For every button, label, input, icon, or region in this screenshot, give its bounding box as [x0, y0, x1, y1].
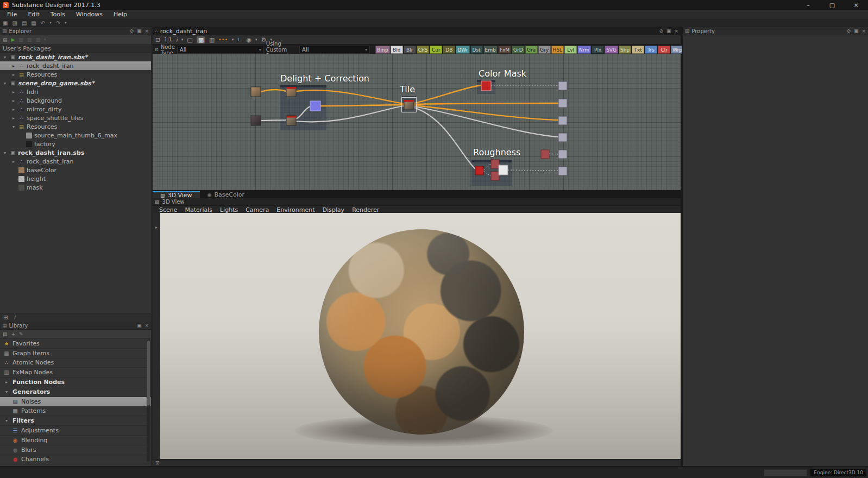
node-output-6[interactable] [558, 167, 567, 175]
viewport-3d[interactable] [160, 213, 681, 459]
save-icon[interactable]: ▤ [22, 20, 27, 26]
filter-chip-blr[interactable]: Blr [404, 46, 416, 54]
filter-chip-gra[interactable]: Gra [525, 46, 538, 54]
elbow-link-icon[interactable]: ∟ [237, 36, 242, 43]
node-output-4[interactable] [558, 133, 567, 142]
edit-icon[interactable]: ✎ [19, 331, 23, 337]
graph-canvas[interactable]: Delight + Correction Tile Color Mask Rou… [153, 54, 681, 190]
export-icon-1[interactable]: ▥ [18, 37, 23, 42]
library-item-patterns[interactable]: ▩ Patterns [0, 407, 151, 417]
pin-icon[interactable]: ⊘ [129, 28, 134, 34]
chevron-right-icon[interactable]: ▸ [11, 90, 16, 95]
chevron-down-icon[interactable]: ▾ [3, 389, 10, 394]
output-nodes[interactable] [558, 81, 567, 175]
select-tool-icon[interactable]: ▢ [187, 36, 192, 43]
chevron-down-icon[interactable]: ▾ [255, 37, 257, 42]
library-item-fxmap-nodes[interactable]: ▥ FxMap Nodes [0, 368, 151, 378]
tree-item-rock-dasht-iran-sbs-1[interactable]: ▾ ▣ rock_dasht_iran.sbs* [0, 53, 151, 61]
menu-camera[interactable]: Camera [246, 206, 269, 213]
float-icon[interactable]: ▣ [137, 28, 142, 34]
filter-chip-dst[interactable]: Dst [470, 46, 483, 54]
filter-chip-dwr[interactable]: DWr [456, 46, 469, 54]
maximize-button[interactable]: ▢ [820, 0, 844, 10]
node-roughness-maroon-1[interactable] [491, 160, 499, 168]
node-roughness-red[interactable] [475, 166, 483, 175]
menu-help[interactable]: Help [109, 11, 132, 18]
library-scrollbar[interactable] [147, 339, 150, 462]
undo-icon[interactable]: ↶ [41, 20, 45, 26]
publish-play-icon[interactable]: ▶ [11, 37, 15, 42]
chevron-right-icon[interactable]: ▸ [11, 107, 16, 112]
library-item-filters[interactable]: ▾ Filters [0, 416, 151, 426]
gutter-toggle-icon[interactable]: ▸ [155, 225, 158, 230]
menu-windows[interactable]: Windows [71, 11, 108, 18]
library-item-noises[interactable]: ▨ Noises [0, 397, 151, 407]
filter-chip-cur[interactable]: Cur [430, 46, 442, 54]
tree-item-scene-drop-game-sbs[interactable]: ▾ ▣ scene_drop_game.sbs* [0, 79, 151, 87]
node-type-select[interactable]: All ▾ [177, 46, 264, 54]
close-icon[interactable]: × [144, 28, 149, 34]
node-output-5[interactable] [558, 150, 567, 159]
filter-chip-hsl[interactable]: HSL [551, 46, 564, 54]
export-icon-3[interactable]: ▥ [35, 37, 40, 42]
menu-edit[interactable]: Edit [23, 11, 44, 18]
node-output-1[interactable] [558, 81, 567, 90]
chevron-down-icon[interactable]: ▾ [11, 124, 16, 129]
tree-item-space-shuttle-tiles[interactable]: ▸ ∴ space_shuttle_tiles [0, 114, 151, 122]
close-icon[interactable]: × [861, 28, 866, 34]
tree-item-background[interactable]: ▸ ∴ background [0, 96, 151, 105]
library-item-channels[interactable]: ● Channels [0, 455, 151, 465]
fit-view-icon[interactable]: ⊡ [155, 36, 160, 43]
filter-chip-clr[interactable]: Clr [658, 46, 670, 54]
chevron-down-icon[interactable]: ▾ [181, 37, 184, 42]
float-icon[interactable]: ▣ [137, 323, 142, 328]
redo-caret-icon[interactable]: ▾ [65, 21, 67, 25]
tree-view-icon[interactable]: ⊞ [3, 314, 8, 321]
node-roughness-white[interactable] [499, 165, 508, 175]
filter-chip-plx[interactable]: Plx [592, 46, 604, 54]
tree-item-source-main-thumb[interactable]: source_main_thumb_6_max [0, 131, 151, 140]
filter-chip-gry[interactable]: Gry [538, 46, 551, 54]
export-icon-2[interactable]: ▥ [27, 37, 32, 42]
tree-item-hdri[interactable]: ▸ ∴ hdri [0, 87, 151, 96]
link-tool-icon[interactable]: ▩ [197, 36, 205, 43]
chevron-right-icon[interactable]: ▸ [11, 98, 16, 103]
menu-lights[interactable]: Lights [220, 206, 238, 213]
tree-item-rock-dasht-iran-graph[interactable]: ▸ ∴ rock_dasht_iran [0, 61, 151, 70]
tree-item-basecolor[interactable]: baseColor [0, 166, 151, 174]
chevron-down-icon[interactable]: ▾ [3, 418, 10, 423]
undo-caret-icon[interactable]: ▾ [49, 21, 52, 25]
info-icon[interactable]: i [176, 36, 178, 43]
filter-chip-nrm[interactable]: Nrm [577, 46, 591, 54]
menu-display[interactable]: Display [323, 206, 345, 213]
filter-chip-trs[interactable]: Trs [645, 46, 657, 54]
tree-item-rock-dasht-iran-sbs-2[interactable]: ▾ ▣ rock_dasht_iran.sbs [0, 148, 151, 157]
chevron-down-icon[interactable]: ▾ [232, 37, 234, 42]
zoom-1-1-button[interactable]: 1:1 [164, 37, 172, 42]
close-button[interactable]: × [844, 0, 868, 10]
menu-renderer[interactable]: Renderer [352, 206, 379, 213]
filter-chip-shp[interactable]: Shp [619, 46, 631, 54]
filter-chip-grd[interactable]: GrD [512, 46, 525, 54]
menu-materials[interactable]: Materials [185, 206, 212, 213]
tree-item-rock-dasht-iran-graph-2[interactable]: ▸ ∴ rock_dasht_iran [0, 157, 151, 166]
library-item-graph-items[interactable]: ▦ Graph Items [0, 349, 151, 358]
node-output-2[interactable] [558, 99, 567, 108]
filter-chip-txt[interactable]: Txt [632, 46, 644, 54]
panel-tool-icon[interactable]: ▥ [209, 36, 215, 43]
library-item-blending[interactable]: ◉ Blending [0, 436, 151, 445]
filter-chip-db[interactable]: DB [443, 46, 455, 54]
add-icon[interactable]: + [11, 331, 16, 337]
close-icon[interactable]: × [144, 323, 149, 328]
node-bitmap-input-top[interactable] [251, 87, 261, 97]
tree-item-mask[interactable]: mask [0, 183, 151, 192]
float-icon[interactable]: ▣ [854, 28, 859, 34]
new-substance-icon[interactable]: ▣ [3, 20, 8, 26]
tab-basecolor[interactable]: ◉ BaseColor [200, 191, 252, 198]
library-item-atomic-nodes[interactable]: ∴ Atomic Nodes [0, 358, 151, 368]
chevron-down-icon[interactable]: ▾ [2, 81, 8, 86]
node-output-3[interactable] [558, 116, 567, 125]
chevron-down-icon[interactable]: ▾ [44, 37, 46, 42]
outputs-tree-icon[interactable]: ⊞ [155, 460, 160, 466]
tree-item-mirror-dirty[interactable]: ▸ ∴ mirror_dirty [0, 105, 151, 114]
